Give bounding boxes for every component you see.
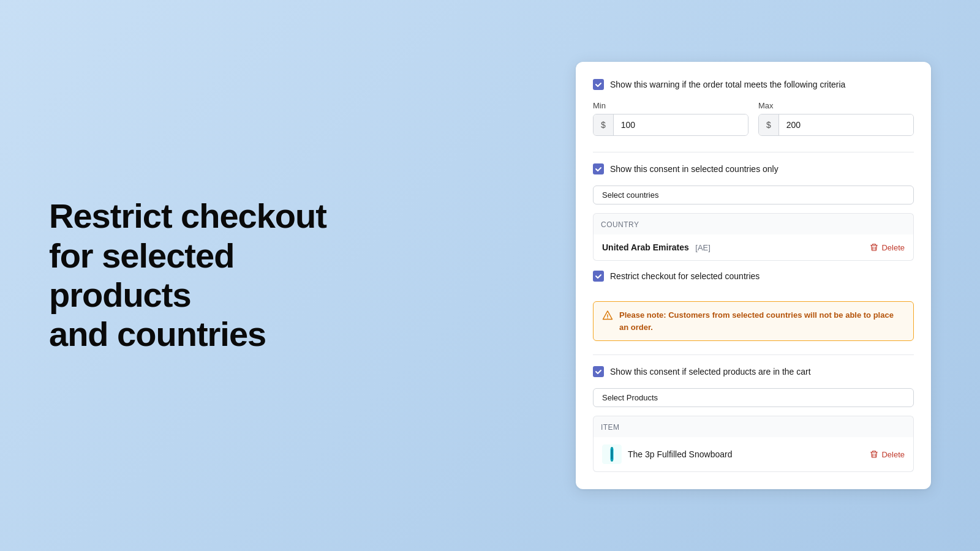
max-prefix: $: [759, 114, 779, 135]
countries-only-checkbox[interactable]: [593, 163, 604, 174]
country-name: United Arab Emirates [AE]: [602, 242, 710, 253]
settings-card-container: Show this warning if the order total mee…: [576, 62, 931, 489]
divider-1: [593, 152, 914, 152]
country-header-text: Country: [601, 220, 639, 229]
product-row-left: The 3p Fulfilled Snowboard: [602, 444, 732, 464]
min-max-row: Min $ Max $: [593, 101, 914, 136]
restrict-checkout-label: Restrict checkout for selected countries: [610, 271, 760, 281]
warning-criteria-row: Show this warning if the order total mee…: [593, 79, 914, 90]
warning-text: Please note: Customers from selected cou…: [619, 309, 905, 333]
item-table: Item The 3p Fulfilled Snowboard: [593, 416, 914, 472]
products-in-cart-row: Show this consent if selected products a…: [593, 366, 914, 377]
svg-point-0: [607, 318, 608, 319]
trash-icon: [870, 243, 878, 252]
warning-triangle-icon: [602, 310, 613, 323]
left-hero: Restrict checkout for selected products …: [0, 160, 429, 391]
country-table-row: United Arab Emirates [AE] Delete: [593, 234, 914, 261]
restrict-checkout-row: Restrict checkout for selected countries: [593, 271, 914, 282]
max-input-wrapper: $: [758, 114, 914, 136]
page-title: Restrict checkout for selected products …: [49, 197, 380, 354]
svg-rect-4: [611, 449, 612, 459]
country-code: [AE]: [695, 243, 710, 252]
products-in-cart-label: Show this consent if selected products a…: [610, 367, 811, 377]
min-field-group: Min $: [593, 101, 748, 136]
warning-box: Please note: Customers from selected cou…: [593, 301, 914, 341]
settings-card: Show this warning if the order total mee…: [576, 62, 931, 489]
countries-only-row: Show this consent in selected countries …: [593, 163, 914, 174]
product-name: The 3p Fulfilled Snowboard: [628, 449, 732, 459]
divider-2: [593, 354, 914, 355]
max-field-group: Max $: [758, 101, 914, 136]
select-countries-button[interactable]: Select countries: [593, 186, 914, 204]
delete-country-button[interactable]: Delete: [870, 243, 905, 252]
delete-product-button[interactable]: Delete: [870, 450, 905, 459]
max-input[interactable]: [779, 114, 913, 135]
item-table-header: Item: [593, 416, 914, 437]
min-label: Min: [593, 101, 748, 110]
item-table-row: The 3p Fulfilled Snowboard Delete: [593, 437, 914, 472]
countries-only-label: Show this consent in selected countries …: [610, 164, 778, 174]
min-input[interactable]: [614, 114, 748, 135]
product-thumbnail: [602, 444, 622, 464]
products-in-cart-checkbox[interactable]: [593, 366, 604, 377]
trash-icon-2: [870, 450, 878, 459]
warning-criteria-checkbox[interactable]: [593, 79, 604, 90]
min-input-wrapper: $: [593, 114, 748, 136]
max-label: Max: [758, 101, 914, 110]
min-prefix: $: [594, 114, 614, 135]
country-table: Country United Arab Emirates [AE] Delete: [593, 213, 914, 261]
select-products-button[interactable]: Select Products: [593, 388, 914, 407]
restrict-checkout-checkbox[interactable]: [593, 271, 604, 282]
country-table-header: Country: [593, 213, 914, 234]
item-header-text: Item: [601, 423, 620, 432]
warning-criteria-label: Show this warning if the order total mee…: [610, 80, 845, 89]
